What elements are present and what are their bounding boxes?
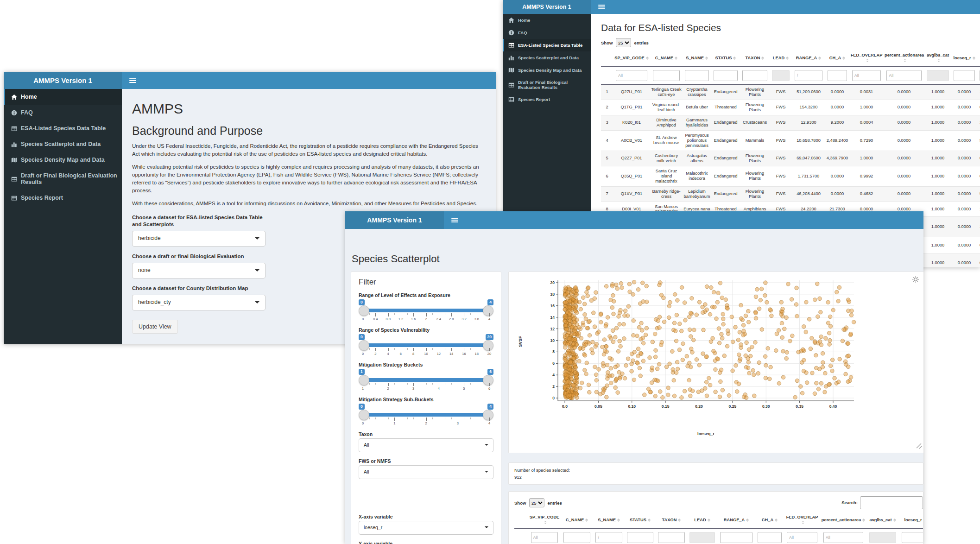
sidebar-toggle-icon[interactable] — [591, 0, 613, 14]
column-header-cut[interactable] — [977, 50, 980, 67]
column-filter-input[interactable] — [653, 70, 680, 81]
sort-icon[interactable] — [646, 55, 649, 61]
sort-icon[interactable] — [937, 57, 940, 63]
sort-icon[interactable] — [904, 57, 906, 63]
sidebar-item-draft-or-final-biological-evaluation-results[interactable]: Draft or Final Biological Evaluation Res… — [4, 168, 122, 190]
sort-icon[interactable] — [648, 517, 651, 523]
select-x-axis-variable[interactable]: loeseq_r — [359, 521, 493, 535]
sort-icon[interactable] — [705, 55, 708, 61]
sidebar-toggle-icon[interactable] — [122, 72, 144, 89]
column-filter-input[interactable] — [758, 532, 782, 543]
page-size-select[interactable]: 25 — [529, 498, 544, 507]
slider-bar[interactable] — [363, 413, 489, 417]
column-filter-input[interactable] — [742, 70, 767, 81]
sidebar-item-home[interactable]: Home — [503, 14, 591, 26]
column-filter-input[interactable] — [902, 532, 923, 543]
gear-icon[interactable] — [912, 276, 919, 283]
column-header-s-name[interactable]: S_NAME — [683, 50, 711, 67]
sidebar-item-species-scatterplot-and-data[interactable]: Species Scatterplot and Data — [503, 51, 591, 64]
column-header-range-a[interactable]: RANGE_A — [792, 50, 825, 67]
column-header-range-a[interactable]: RANGE_A — [717, 512, 755, 529]
column-header-avglbs-cat[interactable]: avglbs_cat — [924, 50, 951, 67]
range-slider-mitigation-strategy-sub-buckets[interactable]: 0401234 — [359, 404, 493, 426]
column-filter-input[interactable] — [823, 532, 863, 543]
sort-icon[interactable] — [842, 55, 845, 61]
sort-icon[interactable] — [708, 517, 710, 523]
slider-bar[interactable] — [363, 309, 489, 312]
column-filter-input[interactable] — [616, 70, 647, 81]
sort-icon[interactable] — [866, 57, 869, 63]
column-header-lead[interactable]: LEAD — [770, 50, 792, 67]
table-row[interactable]: 4A0CB_V01St. Andrew beach mousePeromyscu… — [601, 130, 980, 151]
sort-icon[interactable] — [585, 517, 588, 523]
search-input[interactable] — [860, 496, 923, 509]
scatterplot-canvas[interactable]: 024681012141618200.00.050.100.150.200.25… — [509, 272, 923, 452]
column-filter-input[interactable] — [658, 532, 684, 543]
table-row[interactable]: 5Q2Z7_P01Cushenbury milk-vetchAstragalus… — [601, 151, 980, 166]
select-taxon[interactable]: All — [359, 438, 493, 452]
column-filter-input[interactable] — [563, 532, 591, 543]
table-row[interactable]: 1Q27U_P01Terlingua Creek cat's-eyeCrypta… — [601, 84, 980, 100]
column-filter-input[interactable] — [828, 70, 847, 81]
sidebar-item-draft-or-final-biological-evaluation-results[interactable]: Draft or Final Biological Evaluation Res… — [503, 76, 591, 93]
sidebar-item-esa-listed-species-data-table[interactable]: ESA-Listed Species Data Table — [503, 39, 591, 51]
column-filter-input[interactable] — [627, 532, 653, 543]
table-row[interactable]: 3K020_I01Diminutive AmphipodGammarus hya… — [601, 115, 980, 130]
dataset-select-1[interactable]: herbicide — [132, 231, 266, 247]
sort-icon[interactable] — [786, 55, 789, 61]
sidebar-item-faq[interactable]: FAQ — [4, 105, 122, 120]
column-header-status[interactable]: STATUS — [711, 50, 740, 67]
column-header-loeseq-r[interactable]: loeseq_r — [951, 50, 977, 67]
table-row[interactable]: 7Q1XV_P01Barneby ridge-cressLepidium bar… — [601, 186, 980, 202]
column-header-sp-vip-code[interactable]: SP_VIP_CODE — [528, 512, 561, 529]
sidebar-item-species-density-map-and-data[interactable]: Species Density Map and Data — [503, 64, 591, 76]
sidebar-item-faq[interactable]: FAQ — [503, 26, 591, 39]
column-filter-input[interactable] — [714, 70, 738, 81]
page-size-select[interactable]: 25 — [616, 38, 631, 47]
slider-bar[interactable] — [363, 378, 489, 382]
sidebar-item-esa-listed-species-data-table[interactable]: ESA-Listed Species Data Table — [4, 120, 122, 136]
sort-icon[interactable] — [733, 55, 736, 61]
column-header-taxon[interactable]: TAXON — [656, 512, 687, 529]
update-view-button[interactable]: Update View — [132, 320, 178, 334]
column-header-c-name[interactable]: C_NAME — [650, 50, 683, 67]
slider-bar[interactable] — [363, 343, 489, 347]
column-filter-input[interactable] — [954, 70, 975, 81]
sidebar-toggle-icon[interactable] — [444, 211, 466, 229]
sort-icon[interactable] — [775, 517, 778, 523]
sort-icon[interactable] — [862, 517, 865, 523]
column-header-fed-overlap[interactable]: FED_OVERLAP — [849, 50, 884, 67]
select-fws-or-nmfs[interactable]: All — [359, 465, 493, 479]
column-filter-input[interactable] — [852, 70, 881, 81]
sort-icon[interactable] — [973, 55, 975, 61]
column-header-loeseq-r[interactable]: loeseq_r — [899, 512, 923, 529]
dataset-select-2[interactable]: none — [132, 263, 266, 278]
sort-icon[interactable] — [893, 517, 896, 523]
column-header-avglbs-cat[interactable]: avglbs_cat — [866, 512, 899, 529]
sidebar-item-species-density-map-and-data[interactable]: Species Density Map and Data — [4, 152, 122, 168]
column-filter-input[interactable] — [531, 532, 558, 543]
column-header-status[interactable]: STATUS — [625, 512, 656, 529]
sort-icon[interactable] — [675, 55, 677, 61]
column-header-lead[interactable]: LEAD — [687, 512, 717, 529]
column-filter-input[interactable] — [685, 70, 709, 81]
table-row[interactable]: 6Q35Q_P01Santa Cruz Island malacothrixMa… — [601, 166, 980, 186]
column-filter-input[interactable] — [595, 532, 622, 543]
dataset-select-3[interactable]: herbicide_cty — [132, 295, 266, 310]
sort-icon[interactable] — [761, 55, 764, 61]
sort-icon[interactable] — [746, 517, 749, 523]
column-header-fed-overlap[interactable]: FED_OVERLAP — [784, 512, 820, 529]
table-row[interactable]: 2Q1TG_P01Virginia round-leaf birchBetula… — [601, 100, 980, 115]
sort-icon[interactable] — [544, 519, 547, 525]
sort-icon[interactable] — [802, 519, 804, 525]
sort-icon[interactable] — [678, 517, 681, 523]
column-header-percent-actionarea[interactable]: percent_actionarea — [820, 512, 866, 529]
sort-icon[interactable] — [818, 55, 821, 61]
column-header-ch-a[interactable]: CH_A — [755, 512, 784, 529]
sidebar-item-species-report[interactable]: Species Report — [4, 190, 122, 206]
column-filter-input[interactable] — [720, 532, 752, 543]
column-header-sp-vip-code[interactable]: SP_VIP_CODE — [613, 50, 650, 67]
column-filter-input[interactable] — [795, 70, 823, 81]
range-slider-mitigation-strategy-buckets[interactable]: 16123456 — [359, 369, 493, 391]
column-filter-input[interactable] — [886, 70, 921, 81]
